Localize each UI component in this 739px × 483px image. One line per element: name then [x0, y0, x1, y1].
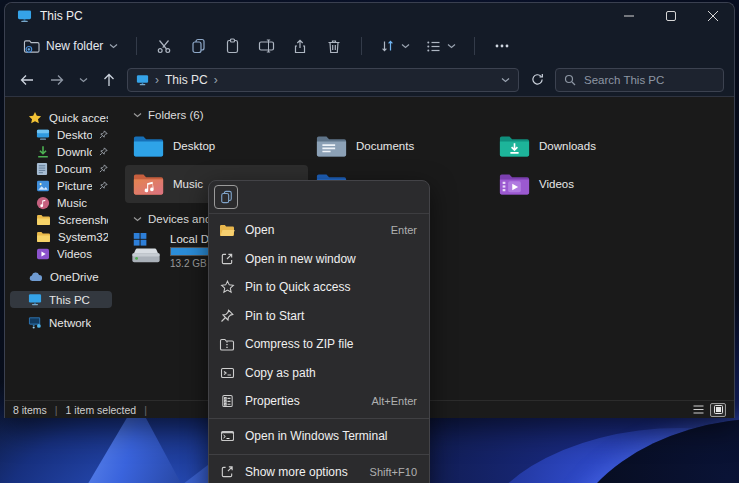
folder-tile-documents[interactable]: Documents	[308, 127, 491, 165]
pin-icon	[219, 309, 235, 323]
up-button[interactable]	[97, 68, 121, 92]
menu-item-properties[interactable]: Properties Alt+Enter	[209, 387, 429, 416]
context-menu-quick-actions	[209, 181, 429, 214]
star-icon	[28, 111, 42, 125]
status-divider: |	[55, 404, 58, 416]
sidebar-item-system32[interactable]: System32	[10, 228, 112, 245]
search-input[interactable]	[582, 73, 715, 87]
toolbar-divider	[361, 37, 362, 55]
sidebar-item-documents[interactable]: Documents	[10, 160, 112, 177]
sidebar-item-label: Network	[49, 317, 91, 329]
menu-item-label: Copy as path	[245, 366, 316, 380]
breadcrumb[interactable]: This PC	[165, 73, 208, 87]
desktop-folder-icon	[133, 134, 164, 159]
details-view-button[interactable]	[690, 403, 706, 417]
folders-section-label: Folders (6)	[148, 109, 204, 121]
menu-item-label: Pin to Quick access	[245, 280, 350, 294]
document-icon	[36, 162, 48, 176]
cut-button[interactable]	[149, 33, 179, 59]
menu-item-shortcut: Enter	[391, 224, 417, 236]
sidebar-item-label: Pictures	[57, 180, 92, 192]
folder-tile-videos[interactable]: Videos	[491, 165, 674, 203]
folder-icon	[36, 214, 51, 226]
more-options-button[interactable]	[487, 33, 517, 59]
open-folder-icon	[219, 224, 235, 237]
music-icon	[36, 196, 50, 210]
this-pc-icon	[28, 293, 42, 306]
folder-tile-label: Downloads	[539, 140, 596, 152]
sidebar-item-label: Downloads	[57, 146, 92, 158]
folder-tile-label: Videos	[539, 178, 574, 190]
search-icon	[564, 74, 576, 86]
local-disk-icon	[130, 231, 162, 267]
menu-item-open[interactable]: Open Enter	[209, 216, 429, 245]
breadcrumb-separator: ›	[155, 73, 159, 87]
sidebar-item-quick-access[interactable]: Quick access	[10, 109, 112, 126]
sidebar-item-onedrive[interactable]: OneDrive	[10, 268, 112, 285]
minimize-button[interactable]	[608, 3, 650, 29]
menu-item-pin-to-quick-access[interactable]: Pin to Quick access	[209, 273, 429, 302]
this-pc-icon	[136, 74, 149, 86]
sidebar-item-music[interactable]: Music	[10, 194, 112, 211]
address-dropdown-chevron-icon[interactable]	[501, 77, 510, 83]
sidebar-item-label: System32	[58, 231, 108, 243]
menu-item-show-more-options[interactable]: Show more options Shift+F10	[209, 457, 429, 483]
sidebar-item-screenshots[interactable]: Screenshots	[10, 211, 112, 228]
sort-button[interactable]	[374, 35, 416, 57]
new-folder-label: New folder	[46, 39, 103, 53]
folders-section-header[interactable]: Folders (6)	[133, 109, 734, 121]
chevron-collapse-icon	[133, 216, 142, 222]
menu-item-open-in-windows-terminal[interactable]: Open in Windows Terminal	[209, 421, 429, 452]
copy-quick-action-button[interactable]	[214, 185, 238, 209]
menu-item-compress-to-zip[interactable]: Compress to ZIP file	[209, 330, 429, 359]
command-bar: New folder	[5, 29, 734, 63]
maximize-button[interactable]	[650, 3, 692, 29]
menu-item-open-in-new-window[interactable]: Open in new window	[209, 245, 429, 274]
close-button[interactable]	[692, 3, 734, 29]
desktop-icon	[36, 128, 50, 141]
window-title: This PC	[40, 9, 83, 23]
sidebar-item-downloads[interactable]: Downloads	[10, 143, 112, 160]
menu-item-label: Compress to ZIP file	[245, 337, 353, 351]
copy-button[interactable]	[183, 33, 213, 59]
menu-item-label: Open in Windows Terminal	[245, 429, 388, 443]
titlebar[interactable]: This PC	[5, 3, 734, 29]
music-folder-icon	[133, 172, 164, 197]
share-button[interactable]	[285, 33, 315, 59]
properties-icon	[219, 394, 235, 408]
view-button[interactable]	[420, 36, 462, 57]
folder-tile-label: Desktop	[173, 140, 215, 152]
folder-tile-label: Music	[173, 178, 203, 190]
new-folder-button[interactable]: New folder	[17, 35, 124, 58]
folder-tile-downloads[interactable]: Downloads	[491, 127, 674, 165]
sidebar-item-this-pc[interactable]: This PC	[10, 291, 112, 308]
large-icons-view-button[interactable]	[710, 403, 726, 417]
view-icon	[426, 40, 441, 53]
menu-item-copy-as-path[interactable]: Copy as path	[209, 359, 429, 388]
folder-tile-label: Documents	[356, 140, 414, 152]
folder-tile-desktop[interactable]: Desktop	[125, 127, 308, 165]
address-bar[interactable]: › This PC ›	[127, 68, 519, 92]
rename-button[interactable]	[251, 33, 281, 59]
menu-item-label: Show more options	[245, 465, 348, 479]
search-box[interactable]	[555, 68, 724, 92]
refresh-button[interactable]	[525, 68, 549, 92]
sidebar-item-network[interactable]: Network	[10, 314, 112, 331]
status-divider: |	[144, 404, 147, 416]
back-button[interactable]	[15, 68, 39, 92]
sidebar-item-pictures[interactable]: Pictures	[10, 177, 112, 194]
menu-item-label: Open	[245, 223, 274, 237]
forward-button[interactable]	[45, 68, 69, 92]
sidebar-item-videos[interactable]: Videos	[10, 245, 112, 262]
context-menu-items: Open Enter Open in new window Pin to Qui…	[209, 214, 429, 483]
delete-button[interactable]	[319, 33, 349, 59]
menu-item-pin-to-start[interactable]: Pin to Start	[209, 302, 429, 331]
recent-locations-chevron-icon[interactable]	[75, 68, 91, 92]
pin-icon	[99, 164, 108, 173]
copy-path-icon	[219, 367, 235, 379]
videos-folder-icon	[499, 172, 530, 197]
pin-quick-access-icon	[219, 280, 235, 294]
pin-icon	[99, 147, 108, 156]
sidebar-item-desktop[interactable]: Desktop	[10, 126, 112, 143]
paste-button[interactable]	[217, 33, 247, 59]
